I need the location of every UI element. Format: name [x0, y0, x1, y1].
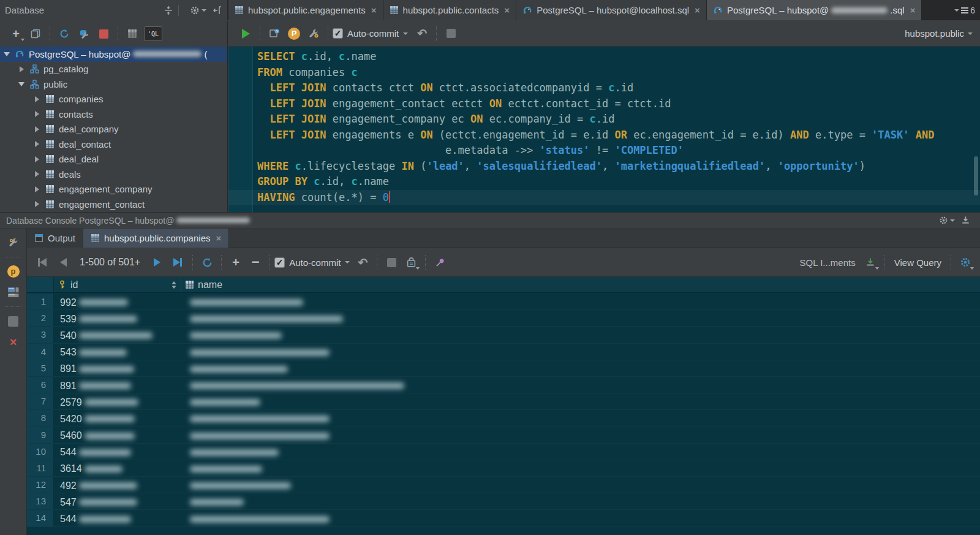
rollback-icon[interactable]: ↶: [355, 254, 371, 270]
tree-item-engagement_company[interactable]: engagement_company: [0, 182, 227, 197]
cell-name[interactable]: [181, 344, 980, 360]
delete-row-button[interactable]: −: [247, 254, 263, 270]
column-header-id[interactable]: id: [54, 277, 181, 292]
close-icon[interactable]: ×: [371, 5, 377, 15]
submit-icon[interactable]: [403, 254, 419, 270]
editor-tab[interactable]: PostgreSQL – hubspot@localhost.sql×: [516, 0, 707, 20]
close-icon[interactable]: ×: [695, 5, 700, 15]
restore-layout-icon[interactable]: [6, 284, 21, 300]
cell-name[interactable]: [181, 377, 980, 393]
close-icon[interactable]: ×: [910, 5, 916, 15]
results-table[interactable]: id name 19922539354045435891689172579854…: [27, 277, 980, 535]
tree-item-contacts[interactable]: contacts: [0, 107, 227, 122]
gear-icon[interactable]: [939, 216, 955, 225]
explain-plan-icon[interactable]: P: [286, 26, 302, 42]
settings-wrench-icon[interactable]: [306, 26, 322, 42]
properties-icon[interactable]: p: [6, 264, 21, 279]
console-tab[interactable]: hubspot.public.companies×: [83, 229, 229, 248]
data-extractor-label[interactable]: SQL I...ments: [800, 257, 856, 268]
collapsed-arrow-icon[interactable]: [34, 201, 40, 207]
cell-id[interactable]: 3614: [54, 460, 181, 476]
last-page-icon[interactable]: [170, 254, 186, 270]
collapsed-arrow-icon[interactable]: [34, 126, 40, 132]
refresh-icon[interactable]: [56, 26, 72, 42]
cell-id[interactable]: 543: [54, 344, 181, 360]
cell-id[interactable]: 540: [54, 327, 181, 343]
collapsed-arrow-icon[interactable]: [34, 171, 40, 177]
cell-id[interactable]: 891: [54, 360, 181, 376]
add-row-button[interactable]: +: [228, 254, 244, 270]
table-row[interactable]: 6891: [27, 377, 980, 393]
cell-id[interactable]: 992: [54, 294, 181, 309]
tree-item-deal_contact[interactable]: deal_contact: [0, 137, 227, 152]
add-button[interactable]: +: [8, 26, 24, 42]
hide-panel-icon[interactable]: [213, 6, 222, 15]
table-row[interactable]: 95460: [27, 427, 980, 444]
collapsed-arrow-icon[interactable]: [34, 141, 40, 147]
expanded-arrow-icon[interactable]: [18, 82, 24, 86]
table-row[interactable]: 2539: [27, 310, 980, 327]
cell-id[interactable]: 547: [54, 493, 181, 509]
settings-wrench-icon[interactable]: [6, 235, 21, 251]
tree-item-datasource[interactable]: PostgreSQL – hubspot@ (: [0, 47, 227, 62]
cell-name[interactable]: [181, 360, 980, 376]
run-button[interactable]: [238, 26, 254, 42]
table-row[interactable]: 5891: [27, 360, 980, 377]
cell-name[interactable]: [181, 410, 980, 426]
cell-id[interactable]: 544: [54, 444, 181, 460]
export-data-icon[interactable]: [862, 254, 878, 270]
cell-name[interactable]: [181, 510, 980, 526]
collapsed-arrow-icon[interactable]: [34, 96, 40, 102]
cell-id[interactable]: 539: [54, 310, 181, 326]
table-row[interactable]: 13547: [27, 493, 980, 510]
table-row[interactable]: 10544: [27, 444, 980, 460]
jump-to-console-icon[interactable]: 'QL: [144, 26, 162, 41]
column-header-name[interactable]: name: [181, 277, 980, 292]
table-row[interactable]: 113614: [27, 460, 980, 477]
chevron-down-icon[interactable]: [345, 261, 350, 264]
schema-selector[interactable]: hubspot.public: [905, 28, 973, 39]
editor-tab[interactable]: hubspot.public.contacts×: [383, 0, 517, 20]
collapsed-arrow-icon[interactable]: [34, 111, 40, 117]
tree-item-deals[interactable]: deals: [0, 167, 227, 182]
next-page-icon[interactable]: [149, 254, 165, 270]
table-view-icon[interactable]: [124, 26, 140, 42]
auto-commit-checkbox[interactable]: ✓: [274, 257, 285, 268]
sort-icon[interactable]: [171, 281, 177, 289]
auto-commit-checkbox[interactable]: ✓: [333, 28, 343, 39]
tree-item-pg_catalog[interactable]: pg_catalog: [0, 62, 227, 77]
view-query-button[interactable]: View Query: [894, 257, 941, 268]
table-row[interactable]: 4543: [27, 344, 980, 360]
editor-scrollbar[interactable]: [974, 156, 978, 195]
collapsed-arrow-icon[interactable]: [34, 186, 40, 192]
cell-id[interactable]: 5460: [54, 427, 181, 443]
collapsed-arrow-icon[interactable]: [18, 66, 24, 72]
close-icon[interactable]: ×: [216, 233, 221, 243]
sql-editor[interactable]: SELECT c.id, c.nameFROM companies c LEFT…: [228, 47, 980, 212]
result-settings-gear-icon[interactable]: [957, 254, 973, 270]
tree-item-companies[interactable]: companies: [0, 92, 227, 107]
close-icon[interactable]: ×: [504, 5, 510, 15]
download-icon[interactable]: [961, 216, 970, 225]
stop-icon[interactable]: [96, 26, 111, 42]
cell-id[interactable]: 5420: [54, 410, 181, 426]
table-row[interactable]: 14544: [27, 510, 980, 526]
table-row[interactable]: 12492: [27, 477, 980, 493]
tree-item-deal_deal[interactable]: deal_deal: [0, 152, 227, 167]
cell-name[interactable]: [181, 477, 980, 493]
editor-tab[interactable]: hubspot.public.engagements×: [228, 0, 383, 20]
table-row[interactable]: 72579: [27, 393, 980, 410]
cell-id[interactable]: 891: [54, 377, 181, 393]
table-row[interactable]: 85420: [27, 410, 980, 427]
reload-page-icon[interactable]: [199, 254, 215, 270]
cell-name[interactable]: [181, 493, 980, 509]
tree-item-engagement_contact[interactable]: engagement_contact: [0, 197, 227, 212]
cell-name[interactable]: [181, 327, 980, 343]
tree-item-deal_company[interactable]: deal_company: [0, 122, 227, 137]
diagnostic-wrench-icon[interactable]: [76, 26, 92, 42]
gear-icon[interactable]: [190, 6, 206, 15]
cell-name[interactable]: [181, 444, 980, 460]
table-row[interactable]: 1992: [27, 294, 980, 310]
cell-id[interactable]: 544: [54, 510, 181, 526]
tree-item-public[interactable]: public: [0, 77, 227, 92]
